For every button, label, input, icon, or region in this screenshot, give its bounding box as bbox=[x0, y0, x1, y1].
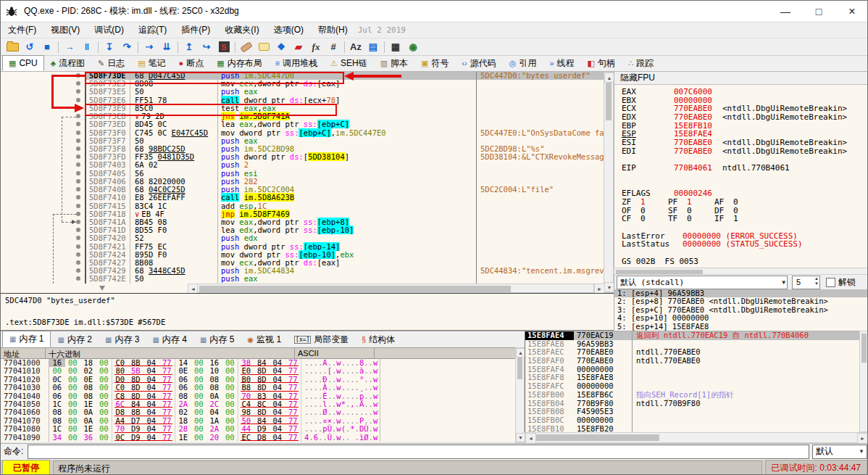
breakpoint-gutter[interactable] bbox=[1, 137, 86, 145]
stack-view[interactable]: 15E8FAE4770EAC19返回到 ntdll.770EAC19 自 ntd… bbox=[525, 331, 859, 432]
modules-button[interactable]: ▤ bbox=[364, 40, 382, 54]
comments-button[interactable] bbox=[255, 40, 272, 54]
menu-视图V[interactable]: 视图(V) bbox=[43, 22, 87, 38]
disasm-row[interactable]: 5D8F74036A 02push 2 bbox=[1, 161, 604, 169]
breakpoint-gutter[interactable] bbox=[1, 96, 86, 104]
breakpoint-dot-icon[interactable] bbox=[76, 204, 80, 208]
tab-symbols[interactable]: ▣符号 bbox=[414, 55, 455, 71]
calling-convention-select[interactable]: 默认 (stdcall)▼ bbox=[617, 276, 788, 289]
tab-struct[interactable]: §结构体 bbox=[355, 332, 401, 347]
labels-button[interactable]: ❖ bbox=[272, 40, 290, 54]
tab-locals[interactable]: [x=]局部变量 bbox=[288, 332, 355, 347]
disasm-row[interactable]: 5D8F73ED8D45 0Clea eax,dword ptr ss:[ebp… bbox=[1, 120, 604, 128]
memory-dump-view[interactable]: 7704100016001800C08B04771400160038840477… bbox=[1, 359, 515, 442]
spinner-arrows-icon[interactable]: ▲▼ bbox=[814, 276, 819, 286]
register-line[interactable]: GS 002B FS 0053 bbox=[622, 257, 868, 266]
scroll-right-icon[interactable]: ► bbox=[857, 433, 868, 444]
step-into-button[interactable]: ↧ bbox=[101, 40, 118, 54]
unlock-checkbox[interactable]: 解锁 bbox=[826, 276, 856, 289]
strings-button[interactable]: Az bbox=[347, 40, 364, 54]
breakpoint-gutter[interactable] bbox=[1, 88, 86, 96]
snippets-button[interactable]: # bbox=[325, 40, 342, 54]
tab-threads[interactable]: »线程 bbox=[543, 55, 580, 71]
breakpoint-dot-icon[interactable] bbox=[76, 131, 80, 135]
disasm-row[interactable]: 5D8F7410E8 26EEFAFFcall im.5D8A623B bbox=[1, 194, 604, 202]
breakpoint-dot-icon[interactable] bbox=[76, 268, 80, 273]
tab-call-stack[interactable]: ≡调用堆栈 bbox=[269, 55, 324, 71]
argument-row[interactable]: 4: [esp+10] 00000000 bbox=[614, 314, 868, 322]
register-line[interactable] bbox=[622, 249, 868, 257]
register-line[interactable]: OF0SF0DF0 bbox=[622, 207, 868, 215]
bookmarks-button[interactable]: ▰ bbox=[290, 40, 307, 54]
register-line[interactable]: EIP770B4061ntdll.770B4061 bbox=[622, 164, 868, 173]
breakpoint-dot-icon[interactable] bbox=[76, 252, 80, 257]
breakpoint-gutter[interactable] bbox=[1, 145, 86, 153]
step-out-button[interactable]: ↥ bbox=[180, 40, 198, 54]
register-line[interactable]: EFLAGS00000246 bbox=[622, 189, 868, 198]
stack-row[interactable]: 15E8FAF0770EABE0ntdll.770EABE0 bbox=[525, 357, 859, 365]
breakpoint-gutter[interactable] bbox=[1, 129, 86, 137]
register-line[interactable]: LastStatus00000000 (STATUS_SUCCESS) bbox=[622, 240, 868, 249]
breakpoint-dot-icon[interactable] bbox=[76, 81, 80, 86]
breakpoint-gutter[interactable] bbox=[1, 243, 86, 251]
animate-into-button[interactable]: ⇊ bbox=[158, 40, 175, 54]
help-globe-button[interactable]: ◉ bbox=[404, 40, 422, 54]
register-line[interactable]: EAX007C6000 bbox=[622, 88, 868, 96]
disassembly-view[interactable]: 5D8F73DE68 D047C45Dpush im.5DC447D05DC44… bbox=[1, 72, 604, 284]
breakpoint-gutter[interactable] bbox=[1, 153, 86, 161]
run-to-cursor-button[interactable]: ⇢ bbox=[141, 40, 158, 54]
stack-row[interactable]: 15E8FAE4770EAC19返回到 ntdll.770EAC19 自 ntd… bbox=[525, 331, 859, 340]
breakpoint-gutter[interactable] bbox=[1, 178, 86, 186]
argument-count-stepper[interactable]: 5 ▲▼ bbox=[792, 276, 820, 289]
dump-row[interactable]: 770410801C001E0070D9047728002A0044D90477… bbox=[1, 425, 515, 433]
disasm-row[interactable]: 5D8F742E50push eax bbox=[1, 275, 604, 283]
tab-dump-3[interactable]: ▦内存 3 bbox=[99, 332, 146, 347]
tab-watch-1[interactable]: ◉监视 1 bbox=[241, 332, 288, 347]
register-line[interactable] bbox=[622, 181, 868, 190]
breakpoint-gutter[interactable] bbox=[1, 170, 86, 178]
breakpoint-dot-icon[interactable] bbox=[76, 187, 80, 191]
breakpoint-gutter[interactable] bbox=[1, 251, 86, 259]
breakpoint-gutter[interactable] bbox=[1, 275, 86, 283]
dump-row[interactable]: 77041090340036000CD904771E002000ECD80477… bbox=[1, 434, 515, 442]
stack-vscrollbar[interactable] bbox=[859, 331, 868, 432]
breakpoint-dot-icon[interactable] bbox=[76, 276, 80, 281]
breakpoint-dot-icon[interactable] bbox=[76, 89, 80, 94]
breakpoint-gutter[interactable] bbox=[1, 161, 86, 169]
scroll-up-icon[interactable]: ▲ bbox=[604, 73, 614, 83]
stack-row[interactable]: 15E8FB08F45905E3 bbox=[525, 408, 859, 416]
breakpoint-dot-icon[interactable] bbox=[76, 220, 80, 224]
stop-button[interactable]: ■ bbox=[38, 40, 56, 54]
restart-button[interactable]: ↺ bbox=[21, 40, 38, 54]
register-line[interactable]: ZF1PF1AF0 bbox=[622, 198, 868, 207]
breakpoint-gutter[interactable] bbox=[1, 267, 86, 275]
dump-row[interactable]: 7704103006000800C08D047706000800B88D0477… bbox=[1, 384, 515, 392]
tab-log[interactable]: ✎日志 bbox=[91, 55, 131, 71]
argument-row[interactable]: 5: [esp+14] 15E8FAE8 bbox=[614, 323, 868, 331]
breakpoint-dot-icon[interactable] bbox=[76, 195, 80, 199]
stack-hscrollbar[interactable]: ◄ ► bbox=[525, 432, 868, 443]
scylla-button[interactable]: S bbox=[215, 40, 233, 54]
step-over-button[interactable]: ↷ bbox=[118, 40, 135, 54]
breakpoint-dot-icon[interactable] bbox=[76, 260, 80, 265]
maximize-button[interactable]: □ bbox=[802, 1, 835, 22]
breakpoint-dot-icon[interactable] bbox=[76, 139, 80, 143]
breakpoint-dot-icon[interactable] bbox=[76, 212, 80, 216]
tab-handles[interactable]: ◧句柄 bbox=[581, 55, 622, 71]
command-profile-select[interactable]: 默认▼ bbox=[812, 445, 867, 459]
breakpoint-dot-icon[interactable] bbox=[76, 122, 80, 126]
tab-trace[interactable]: ∴跟踪 bbox=[622, 55, 660, 71]
tab-dump-5[interactable]: ▦内存 5 bbox=[193, 332, 241, 347]
disassembly-vscrollbar[interactable]: ▲ ▼ bbox=[604, 72, 614, 293]
tab-memory-map[interactable]: ▦内存布局 bbox=[210, 55, 268, 71]
stack-row[interactable]: 15E8FB04770B9F80ntdll.770B9F80 bbox=[525, 400, 859, 408]
breakpoint-gutter[interactable] bbox=[1, 186, 86, 194]
command-input[interactable] bbox=[28, 445, 809, 459]
menu-追踪T[interactable]: 追踪(T) bbox=[131, 22, 174, 38]
functions-button[interactable]: fx bbox=[307, 40, 325, 54]
menu-帮助H[interactable]: 帮助(H) bbox=[311, 22, 355, 38]
tab-script[interactable]: ▥脚本 bbox=[374, 55, 414, 71]
registers-hscrollbar[interactable] bbox=[614, 268, 868, 275]
menu-调试D[interactable]: 调试(D) bbox=[87, 22, 131, 38]
stack-row[interactable]: 15E8FAE896A59BB3 bbox=[525, 340, 859, 349]
